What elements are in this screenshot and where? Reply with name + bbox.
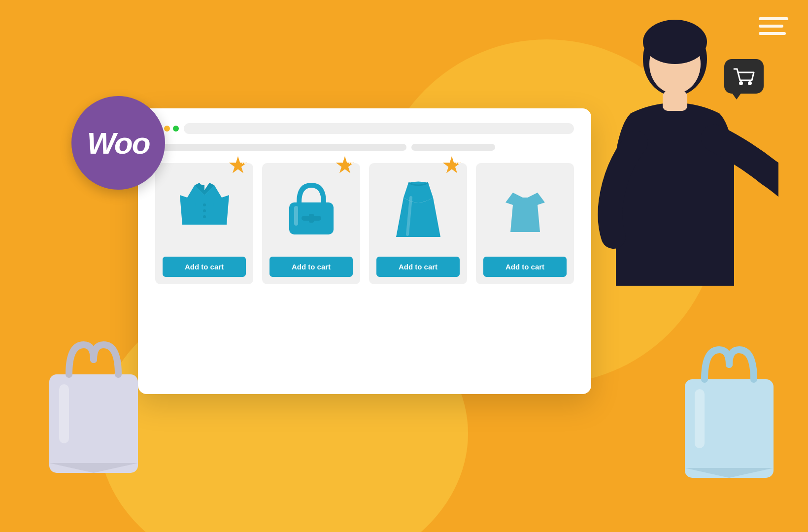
url-bar[interactable] xyxy=(184,123,574,134)
product-card-2: % Add to cart xyxy=(262,163,360,284)
page-header-area xyxy=(155,144,574,151)
cart-speech-bubble xyxy=(724,59,764,94)
add-to-cart-button-1[interactable]: Add to cart xyxy=(163,257,246,277)
svg-point-10 xyxy=(203,209,206,212)
header-line-2 xyxy=(411,144,495,151)
woo-logo-text: Woo xyxy=(87,126,149,161)
product-card-1: % xyxy=(155,163,253,284)
svg-rect-19 xyxy=(663,91,687,111)
svg-point-22 xyxy=(748,81,752,85)
svg-point-18 xyxy=(643,20,707,64)
svg-rect-15 xyxy=(294,206,298,226)
header-line-1 xyxy=(155,144,406,151)
svg-rect-4 xyxy=(59,384,69,443)
browser-bar xyxy=(155,123,574,134)
product-icon-jacket xyxy=(163,173,246,252)
svg-point-11 xyxy=(203,215,206,218)
add-to-cart-button-3[interactable]: Add to cart xyxy=(376,257,460,277)
monitor-screen: % xyxy=(138,108,591,394)
discount-text-1: % xyxy=(240,158,246,166)
svg-rect-0 xyxy=(759,17,788,20)
dot-green xyxy=(173,126,179,132)
discount-text-2: % xyxy=(347,158,353,166)
product-grid: % xyxy=(155,163,574,284)
shopping-bag-left xyxy=(39,335,148,483)
product-card-3: % Add to cart xyxy=(369,163,467,284)
product-icon-shirt xyxy=(483,173,567,252)
svg-point-9 xyxy=(203,203,206,206)
svg-rect-2 xyxy=(759,32,786,35)
add-to-cart-button-2[interactable]: Add to cart xyxy=(269,257,353,277)
svg-rect-14 xyxy=(309,214,314,223)
add-to-cart-button-4[interactable]: Add to cart xyxy=(483,257,567,277)
shopping-bag-right xyxy=(675,340,783,488)
discount-text-3: % xyxy=(454,158,460,166)
product-icon-dress xyxy=(376,173,460,252)
svg-point-21 xyxy=(739,81,743,85)
svg-rect-7 xyxy=(695,389,705,448)
product-icon-handbag xyxy=(269,173,353,252)
woo-badge: Woo xyxy=(71,96,165,190)
dot-yellow xyxy=(164,126,170,132)
brand-logo xyxy=(759,15,788,39)
product-card-4: Add to cart xyxy=(476,163,574,284)
svg-rect-1 xyxy=(759,25,783,28)
